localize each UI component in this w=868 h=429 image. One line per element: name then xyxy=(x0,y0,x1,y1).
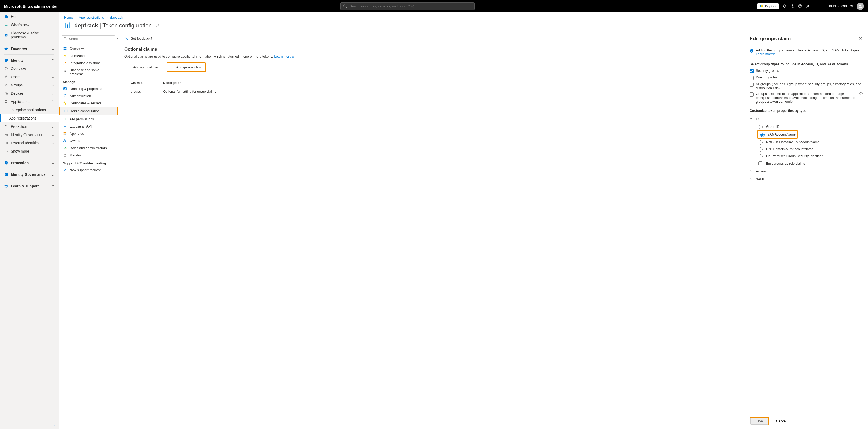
radio-sam-account-name-input[interactable] xyxy=(761,133,765,137)
feedback-link[interactable]: Got feedback? xyxy=(124,34,738,45)
add-optional-claim-button[interactable]: ＋ Add optional claim xyxy=(124,62,163,72)
checkbox-emit-role-claims-input[interactable] xyxy=(758,161,763,165)
nav-groups[interactable]: Groups ⌄ xyxy=(0,81,59,89)
expander-access[interactable]: Access xyxy=(750,167,863,175)
radio-netbios[interactable]: NetBIOSDomain\sAMAccountName xyxy=(757,139,863,146)
nav-whats-new[interactable]: What's new xyxy=(0,21,59,29)
expander-saml[interactable]: SAML xyxy=(750,175,863,183)
table-header-description[interactable]: Description xyxy=(163,81,738,85)
checkbox-all-groups[interactable]: All groups (includes 3 group types: secu… xyxy=(750,82,863,90)
radio-dns-input[interactable] xyxy=(758,147,763,152)
nav-protection[interactable]: Protection ⌄ xyxy=(0,159,59,167)
svg-rect-27 xyxy=(6,142,7,144)
checkbox-all-groups-input[interactable] xyxy=(750,83,754,87)
subnav-quickstart[interactable]: Quickstart xyxy=(59,52,118,59)
subnav-authentication[interactable]: Authentication xyxy=(59,92,118,99)
global-search[interactable] xyxy=(340,2,474,10)
sub-nav: « Overview Quickstart Integration assist… xyxy=(59,32,118,429)
radio-onprem[interactable]: On Premises Group Security Identifier xyxy=(757,153,863,159)
subnav-token-configuration[interactable]: Token configuration xyxy=(60,108,117,115)
svg-rect-47 xyxy=(64,126,67,127)
collapse-subnav-button[interactable]: « xyxy=(117,37,118,40)
nav-identity-governance[interactable]: Identity Governance ⌄ xyxy=(0,171,59,179)
nav-app-registrations[interactable]: App registrations xyxy=(0,114,59,122)
checkbox-groups-assigned[interactable]: Groups assigned to the application (reco… xyxy=(750,92,863,103)
panel-learn-more-link[interactable]: Learn more⧉ xyxy=(756,52,775,56)
radio-onprem-input[interactable] xyxy=(758,154,763,158)
pin-button[interactable] xyxy=(155,23,160,29)
checkbox-security-groups[interactable]: Security groups xyxy=(750,69,863,73)
checkbox-emit-role-claims[interactable]: Emit groups as role claims xyxy=(757,159,863,167)
user-avatar[interactable] xyxy=(857,3,864,10)
notifications-icon[interactable] xyxy=(783,4,787,8)
radio-dns[interactable]: DNSDomain\sAMAccountName xyxy=(757,146,863,153)
settings-icon[interactable] xyxy=(790,4,795,8)
breadcrumb-app[interactable]: deptrack xyxy=(110,16,123,19)
nav-applications[interactable]: Applications ⌃ xyxy=(0,98,59,106)
radio-group-id-input[interactable] xyxy=(758,125,763,129)
nav-devices[interactable]: Devices ⌄ xyxy=(0,89,59,98)
subnav-diagnose[interactable]: Diagnose and solve problems xyxy=(59,67,118,78)
add-groups-claim-button[interactable]: ＋ Add groups claim xyxy=(167,63,205,71)
subnav-app-roles[interactable]: App roles xyxy=(59,130,118,137)
nav-enterprise-apps[interactable]: Enterprise applications xyxy=(0,106,59,114)
table-header-claim[interactable]: Claim↑↓ xyxy=(124,81,163,85)
subnav-certificates[interactable]: Certificates & secrets xyxy=(59,99,118,106)
nav-identity[interactable]: Identity ⌃ xyxy=(0,56,59,64)
nav-identity-governance-sub[interactable]: Identity Governance ⌄ xyxy=(0,131,59,139)
nav-diagnose[interactable]: Diagnose & solve problems xyxy=(0,29,59,41)
nav-protection-sub[interactable]: Protection ⌄ xyxy=(0,122,59,131)
subnav-branding[interactable]: Branding & properties xyxy=(59,85,118,92)
radio-netbios-input[interactable] xyxy=(758,141,763,145)
chevron-down-icon: ⌄ xyxy=(51,133,55,137)
svg-rect-48 xyxy=(64,132,65,133)
nav-users[interactable]: Users ⌄ xyxy=(0,73,59,81)
collapse-nav-button[interactable]: « xyxy=(0,421,59,429)
radio-group-id[interactable]: Group ID xyxy=(757,123,863,130)
checkbox-security-groups-input[interactable] xyxy=(750,69,754,73)
info-icon[interactable] xyxy=(859,92,863,96)
learn-icon xyxy=(4,184,8,188)
nav-favorites[interactable]: Favorites ⌄ xyxy=(0,45,59,53)
nav-learn-support[interactable]: Learn & support ⌃ xyxy=(0,182,59,190)
nav-overview[interactable]: Overview xyxy=(0,64,59,73)
expander-id[interactable]: ID xyxy=(750,115,863,123)
subnav-owners[interactable]: Owners xyxy=(59,137,118,144)
feedback-icon[interactable] xyxy=(806,4,810,8)
shield-icon xyxy=(4,161,8,165)
subnav-overview[interactable]: Overview xyxy=(59,45,118,52)
chevron-down-icon: ⌄ xyxy=(51,75,55,79)
subnav-integration[interactable]: Integration assistant xyxy=(59,59,118,67)
copilot-button[interactable]: Copilot xyxy=(757,3,779,9)
more-button[interactable]: ⋯ xyxy=(163,23,169,29)
close-panel-button[interactable] xyxy=(859,37,863,41)
svg-point-62 xyxy=(126,37,127,38)
save-button[interactable]: Save xyxy=(750,418,768,425)
subnav-expose-api[interactable]: Expose an API xyxy=(59,123,118,130)
cancel-button[interactable]: Cancel xyxy=(771,417,792,425)
learn-more-link[interactable]: Learn more⧉ xyxy=(274,55,293,58)
identity-icon xyxy=(4,58,8,62)
subnav-new-support[interactable]: New support request xyxy=(59,166,118,174)
nav-show-more[interactable]: ⋯ Show more xyxy=(0,147,59,155)
help-icon[interactable] xyxy=(798,4,802,8)
svg-point-23 xyxy=(5,134,6,135)
subnav-api-permissions[interactable]: API permissions xyxy=(59,115,118,123)
subnav-roles-admins[interactable]: Roles and administrators xyxy=(59,144,118,152)
checkbox-directory-roles-input[interactable] xyxy=(750,76,754,80)
breadcrumb-appreg[interactable]: App registrations xyxy=(79,16,104,19)
global-search-input[interactable] xyxy=(349,4,472,8)
star-icon xyxy=(4,47,8,51)
checkbox-directory-roles[interactable]: Directory roles xyxy=(750,75,863,80)
subnav-search-input[interactable] xyxy=(62,35,115,42)
svg-rect-39 xyxy=(65,49,66,50)
nav-home[interactable]: Home xyxy=(0,12,59,21)
svg-rect-66 xyxy=(751,51,752,52)
nav-external-identities[interactable]: External Identities ⌄ xyxy=(0,139,59,147)
table-row[interactable]: groups Optional formatting for group cla… xyxy=(124,87,738,96)
checkbox-groups-assigned-input[interactable] xyxy=(750,92,754,96)
breadcrumb-home[interactable]: Home xyxy=(64,16,73,19)
svg-rect-46 xyxy=(67,110,68,112)
subnav-manifest[interactable]: Manifest xyxy=(59,152,118,159)
radio-sam-account-name[interactable]: sAMAccountName xyxy=(759,131,796,138)
